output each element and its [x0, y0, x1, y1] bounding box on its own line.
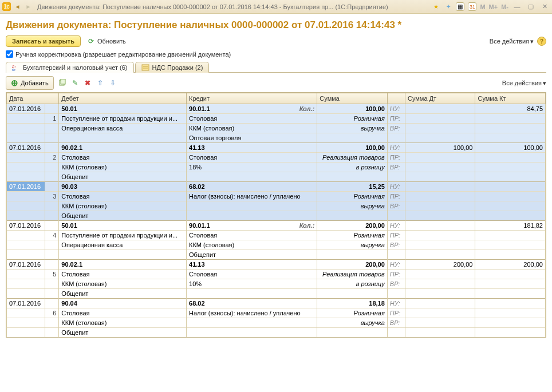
- chevron-down-icon: ▾: [543, 80, 546, 87]
- cell-debit-line: [59, 250, 187, 260]
- table-subrow: ККМ (столовая)выручкаВР:: [7, 318, 546, 328]
- table-subrow: Операционная кассаККМ (столовая)выручкаВ…: [7, 124, 546, 133]
- close-button[interactable]: ✕: [539, 2, 550, 11]
- save-close-button[interactable]: Записать и закрыть: [6, 35, 81, 47]
- cell-sum: 18,18: [317, 299, 387, 308]
- cell-credit-line: Общепит: [187, 250, 317, 260]
- table-row[interactable]: 07.01.201690.0468.0218,18НУ:: [7, 299, 546, 308]
- table-subrow: ККМ (столовая)10%в розницуВР:: [7, 279, 546, 289]
- copy-button[interactable]: [58, 79, 66, 87]
- calc-mplus[interactable]: M+: [489, 3, 498, 10]
- cell-debit-line: Операционная касса: [59, 240, 187, 250]
- all-actions-menu[interactable]: Все действия ▾: [490, 38, 534, 45]
- table-subrow: 6СтоловаяНалог (взносы): начислено / упл…: [7, 308, 546, 318]
- tab-vat[interactable]: НДС Продажи (2): [135, 62, 210, 73]
- cell-date: 07.01.2016: [7, 182, 45, 192]
- table-row[interactable]: 07.01.201690.02.141.13200,00НУ:200,00200…: [7, 260, 546, 270]
- refresh-icon: ⟳: [87, 37, 95, 45]
- fwd-icon[interactable]: ►: [24, 2, 33, 11]
- cell-sum-note: выручка: [317, 124, 387, 133]
- grid: Дата Дебет Кредит Сумма Сумма Дт Сумма К…: [6, 92, 546, 338]
- main-toolbar: Записать и закрыть ⟳ Обновить Все действ…: [6, 35, 546, 47]
- col-credit[interactable]: Кредит: [187, 93, 317, 104]
- cell-debit-line: Общепит: [59, 211, 187, 221]
- cell-nu-label: НУ:: [387, 299, 405, 308]
- cell-debit-line: ККМ (столовая): [59, 201, 187, 211]
- cell-sum: 15,25: [317, 182, 387, 192]
- cell-sum-note: Реализация товаров: [317, 153, 387, 163]
- tab-accounting-icon: ДтКт: [12, 64, 20, 71]
- col-sum-dt[interactable]: Сумма Дт: [405, 93, 475, 104]
- table-row[interactable]: 07.01.201690.02.141.13100,00НУ:100,00100…: [7, 143, 546, 153]
- cell-credit-line: Столовая: [187, 231, 317, 240]
- svg-text:Кт: Кт: [12, 68, 15, 71]
- move-up-button[interactable]: ⇧: [96, 79, 104, 87]
- maximize-button[interactable]: ▢: [526, 2, 536, 11]
- cell-nu-label: НУ:: [387, 221, 405, 231]
- calc-mminus[interactable]: M-: [501, 3, 508, 10]
- cell-nu-label: НУ:: [387, 143, 405, 153]
- help-button[interactable]: ?: [537, 37, 546, 46]
- cell-credit-line: ККМ (столовая): [187, 124, 317, 133]
- cell-debit-line: Поступление от продажи продукции и...: [59, 114, 187, 124]
- table-subrow: Общепит: [7, 172, 546, 182]
- cell-debit-line: ККМ (столовая): [59, 279, 187, 289]
- cell-sum-note: Реализация товаров: [317, 270, 387, 279]
- cell-debit-line: Столовая: [59, 308, 187, 318]
- cell-debit-line: Общепит: [59, 289, 187, 299]
- table-subrow: Операционная кассаККМ (столовая)выручкаВ…: [7, 240, 546, 250]
- table-subrow: Общепит: [7, 211, 546, 221]
- cell-debit-acc: 90.03: [59, 182, 187, 192]
- cell-credit-line: Налог (взносы): начислено / уплачено: [187, 308, 317, 318]
- cell-rownum: [45, 104, 59, 114]
- cell-credit-line: Столовая: [187, 270, 317, 279]
- cell-credit-acc: 41.13: [187, 143, 317, 153]
- add-button[interactable]: ⊕ Добавить: [6, 76, 54, 90]
- cell-sum-note: [317, 289, 387, 299]
- col-date[interactable]: Дата: [7, 93, 59, 104]
- cell-date: 07.01.2016: [7, 143, 45, 153]
- chevron-down-icon: ▾: [530, 38, 534, 45]
- table-subrow: 3СтоловаяНалог (взносы): начислено / упл…: [7, 192, 546, 201]
- calc-icon[interactable]: ▦: [456, 2, 464, 11]
- cell-sum: 200,00: [317, 260, 387, 270]
- manual-edit-input[interactable]: [6, 50, 13, 58]
- cell-debit-line: ККМ (столовая): [59, 318, 187, 328]
- table-row[interactable]: 07.01.201690.0368.0215,25НУ:: [7, 182, 546, 192]
- grid-all-actions[interactable]: Все действия ▾: [502, 80, 546, 87]
- cell-sum-note: [317, 172, 387, 182]
- link-icon[interactable]: ✦: [444, 2, 452, 11]
- cell-credit-line: [187, 318, 317, 328]
- cell-rownum: [45, 143, 59, 153]
- tab-accounting[interactable]: ДтКт Бухгалтерский и налоговый учет (6): [6, 62, 134, 73]
- delete-button[interactable]: ✖: [84, 79, 92, 87]
- cell-debit-acc: 90.02.1: [59, 260, 187, 270]
- cell-sum-dt: [405, 104, 475, 114]
- refresh-button[interactable]: ⟳ Обновить: [84, 35, 129, 47]
- manual-edit-checkbox[interactable]: Ручная корректировка (разрешает редактир…: [6, 50, 546, 58]
- cell-sum-kt: 84,75: [475, 104, 546, 114]
- col-sum-kt[interactable]: Сумма Кт: [475, 93, 546, 104]
- cell-debit-acc: 90.04: [59, 299, 187, 308]
- cell-sum-note: Розничная: [317, 231, 387, 240]
- calc-m[interactable]: M: [480, 3, 485, 10]
- cell-date: 07.01.2016: [7, 260, 45, 270]
- move-down-button[interactable]: ⇩: [109, 79, 117, 87]
- cell-rownum: [45, 260, 59, 270]
- cell-date: 07.01.2016: [7, 104, 45, 114]
- table-row[interactable]: 07.01.201650.0190.01.1Кол.:100,00НУ:84,7…: [7, 104, 546, 114]
- star-icon[interactable]: ★: [432, 2, 440, 11]
- table-row[interactable]: 07.01.201650.0190.01.1Кол.:200,00НУ:181,…: [7, 221, 546, 231]
- cell-sum-note: [317, 211, 387, 221]
- col-debit[interactable]: Дебет: [59, 93, 187, 104]
- calendar-icon[interactable]: 31: [468, 2, 476, 11]
- tab-vat-icon: [141, 64, 149, 71]
- back-icon[interactable]: ◄: [13, 2, 22, 11]
- minimize-button[interactable]: —: [512, 2, 522, 11]
- cell-sum-note: Розничная: [317, 308, 387, 318]
- cell-credit-line: 10%: [187, 279, 317, 289]
- table-subrow: Оптовая торговля: [7, 133, 546, 143]
- col-sum[interactable]: Сумма: [317, 93, 387, 104]
- titlebar: 1c ◄ ► Движения документа: Поступление н…: [0, 0, 552, 14]
- edit-button[interactable]: ✎: [71, 79, 79, 87]
